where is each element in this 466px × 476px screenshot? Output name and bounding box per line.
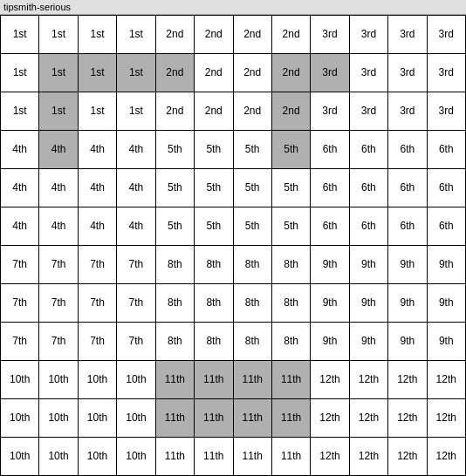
- grid-cell: 3rd: [388, 92, 427, 131]
- grid-cell: 5th: [272, 169, 311, 207]
- grid-cell: 9th: [428, 284, 466, 323]
- grid-cell: 11th: [156, 438, 195, 476]
- grid-cell: 10th: [79, 399, 117, 438]
- grid-cell: 10th: [1, 399, 39, 438]
- grid-cell: 4th: [79, 207, 117, 246]
- grid-cell: 5th: [234, 207, 272, 246]
- grid-cell: 1st: [1, 16, 39, 54]
- grid-cell: 9th: [388, 246, 427, 284]
- grid-cell: 4th: [79, 169, 117, 207]
- grid-cell: 12th: [311, 438, 349, 476]
- grid-cell: 6th: [350, 207, 388, 246]
- grid-cell: 5th: [195, 169, 233, 207]
- grid-cell: 8th: [234, 323, 272, 361]
- title-label: tipsmith-serious: [3, 2, 71, 12]
- grid-cell: 12th: [350, 399, 388, 438]
- grid-cell: 2nd: [234, 54, 272, 92]
- grid-cell: 11th: [156, 399, 195, 438]
- grid-cell: 11th: [234, 361, 272, 399]
- grid-cell: 9th: [428, 246, 466, 284]
- grid-cell: 9th: [311, 246, 349, 284]
- grid-cell: 6th: [311, 169, 349, 207]
- grid-cell: 1st: [79, 16, 117, 54]
- grid-cell: 8th: [156, 284, 195, 323]
- grid-cell: 7th: [1, 323, 39, 361]
- grid-cell: 11th: [195, 361, 233, 399]
- grid-cell: 3rd: [350, 16, 388, 54]
- grid-cell: 7th: [117, 323, 155, 361]
- grid-cell: 11th: [156, 361, 195, 399]
- grid-cell: 10th: [79, 361, 117, 399]
- grid-cell: 5th: [272, 131, 311, 169]
- grid-cell: 7th: [117, 246, 155, 284]
- grid-cell: 4th: [117, 131, 155, 169]
- grid-cell: 11th: [272, 399, 311, 438]
- grid-cell: 7th: [79, 246, 117, 284]
- grid-cell: 4th: [39, 131, 78, 169]
- grid-cell: 7th: [39, 323, 78, 361]
- grid-cell: 6th: [388, 169, 427, 207]
- grid-cell: 8th: [156, 323, 195, 361]
- grid-cell: 5th: [234, 169, 272, 207]
- grid-cell: 1st: [117, 54, 155, 92]
- grid-cell: 2nd: [234, 92, 272, 131]
- grid-cell: 1st: [39, 16, 78, 54]
- grid-cell: 7th: [79, 284, 117, 323]
- grid-cell: 3rd: [388, 54, 427, 92]
- grid-cell: 11th: [195, 399, 233, 438]
- grid-cell: 2nd: [195, 54, 233, 92]
- grid-cell: 2nd: [272, 16, 311, 54]
- grid-cell: 6th: [428, 207, 466, 246]
- grid-cell: 9th: [350, 246, 388, 284]
- grid-cell: 4th: [117, 169, 155, 207]
- grid-cell: 3rd: [350, 92, 388, 131]
- grid-cell: 2nd: [195, 92, 233, 131]
- grid-cell: 3rd: [311, 54, 349, 92]
- grid-cell: 12th: [428, 438, 466, 476]
- grid-cell: 1st: [39, 92, 78, 131]
- grid-cell: 8th: [234, 284, 272, 323]
- grid-cell: 4th: [1, 169, 39, 207]
- grid-cell: 1st: [39, 54, 78, 92]
- grid-cell: 11th: [195, 438, 233, 476]
- grid-cell: 10th: [39, 399, 78, 438]
- grid-cell: 5th: [195, 131, 233, 169]
- grid-cell: 10th: [39, 438, 78, 476]
- grid-cell: 10th: [117, 399, 155, 438]
- grid-cell: 3rd: [388, 16, 427, 54]
- grid-cell: 8th: [234, 246, 272, 284]
- grid-cell: 9th: [311, 284, 349, 323]
- grid-cell: 8th: [272, 246, 311, 284]
- grid-cell: 4th: [39, 207, 78, 246]
- grid-cell: 9th: [350, 323, 388, 361]
- grid-cell: 9th: [388, 284, 427, 323]
- grid-cell: 2nd: [156, 16, 195, 54]
- grid-cell: 5th: [234, 131, 272, 169]
- grid-cell: 6th: [388, 207, 427, 246]
- grid-cell: 10th: [39, 361, 78, 399]
- grid-cell: 12th: [388, 438, 427, 476]
- grid-cell: 2nd: [272, 92, 311, 131]
- grid-cell: 6th: [350, 169, 388, 207]
- grid-cell: 7th: [1, 284, 39, 323]
- grid-cell: 12th: [428, 399, 466, 438]
- grid-cell: 7th: [117, 284, 155, 323]
- grid-cell: 4th: [117, 207, 155, 246]
- grid-cell: 4th: [39, 169, 78, 207]
- grid-cell: 2nd: [234, 16, 272, 54]
- grid-cell: 9th: [388, 323, 427, 361]
- grid-cell: 2nd: [156, 54, 195, 92]
- grid-cell: 1st: [117, 92, 155, 131]
- grid-cell: 8th: [156, 246, 195, 284]
- grid-cell: 11th: [272, 361, 311, 399]
- grid-cell: 9th: [311, 323, 349, 361]
- grid-cell: 2nd: [195, 16, 233, 54]
- grid-cell: 9th: [350, 284, 388, 323]
- grid-cell: 6th: [311, 207, 349, 246]
- grid-cell: 3rd: [428, 54, 466, 92]
- grid-cell: 6th: [428, 131, 466, 169]
- grid-cell: 9th: [428, 323, 466, 361]
- grid-cell: 12th: [350, 361, 388, 399]
- grid-cell: 6th: [428, 169, 466, 207]
- grid-cell: 10th: [1, 438, 39, 476]
